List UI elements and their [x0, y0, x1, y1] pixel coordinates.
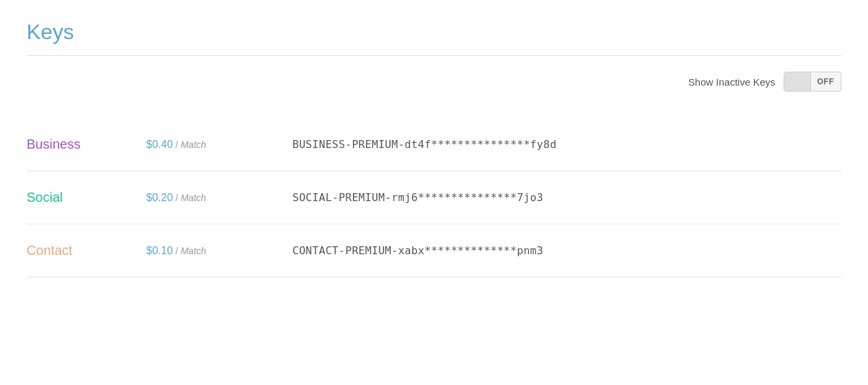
toggle-state-label: OFF	[811, 74, 841, 89]
key-name-social[interactable]: Social	[27, 190, 146, 205]
table-row: Social $0.20 / Match SOCIAL-PREMIUM-rmj6…	[27, 171, 841, 224]
price-amount: $0.10	[146, 245, 173, 257]
key-price-social: $0.20 / Match	[146, 192, 292, 204]
key-value-social: SOCIAL-PREMIUM-rmj6***************7jo3	[292, 191, 543, 204]
page-title: Keys	[27, 20, 841, 44]
key-name-business[interactable]: Business	[27, 137, 146, 152]
table-row: Business $0.40 / Match BUSINESS-PREMIUM-…	[27, 118, 841, 171]
price-separator: /	[175, 246, 178, 256]
price-amount: $0.40	[146, 139, 173, 151]
toggle-track	[784, 72, 811, 91]
key-price-business: $0.40 / Match	[146, 139, 292, 151]
table-row: Contact $0.10 / Match CONTACT-PREMIUM-xa…	[27, 224, 841, 277]
keys-list: Business $0.40 / Match BUSINESS-PREMIUM-…	[27, 118, 841, 277]
price-unit: Match	[181, 246, 206, 256]
toolbar: Show Inactive Keys OFF	[27, 72, 841, 92]
price-unit: Match	[181, 193, 206, 203]
show-inactive-label: Show Inactive Keys	[689, 76, 776, 88]
show-inactive-toggle[interactable]: OFF	[784, 72, 842, 92]
price-amount: $0.20	[146, 192, 173, 204]
price-separator: /	[175, 193, 178, 203]
key-name-contact[interactable]: Contact	[27, 243, 146, 258]
price-unit: Match	[181, 139, 206, 150]
price-separator: /	[175, 139, 178, 150]
key-value-business: BUSINESS-PREMIUM-dt4f***************fy8d	[292, 138, 556, 151]
key-price-contact: $0.10 / Match	[146, 245, 292, 257]
key-value-contact: CONTACT-PREMIUM-xabx**************pnm3	[292, 244, 543, 257]
top-divider	[27, 55, 841, 56]
